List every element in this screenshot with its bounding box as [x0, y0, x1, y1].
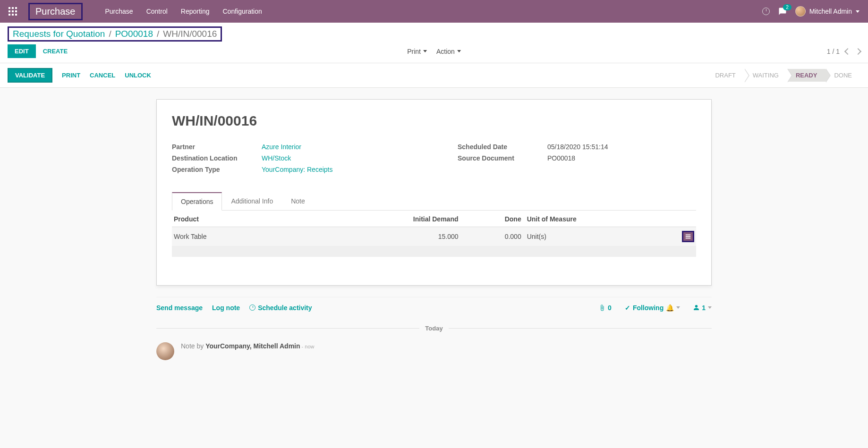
- send-message-button[interactable]: Send message: [156, 304, 203, 312]
- note-time: - now: [300, 344, 315, 349]
- schedule-activity-button[interactable]: Schedule activity: [249, 304, 312, 312]
- col-product: Product: [172, 211, 382, 227]
- user-menu[interactable]: Mitchell Admin: [795, 6, 859, 17]
- chevron-down-icon: [457, 50, 461, 52]
- validate-button[interactable]: VALIDATE: [8, 68, 52, 83]
- activity-icon[interactable]: [762, 8, 770, 15]
- today-separator: Today: [156, 325, 712, 332]
- status-stages: DRAFT WAITING READY DONE: [706, 69, 860, 82]
- stage-ready[interactable]: READY: [787, 69, 826, 82]
- cell-uom: Unit(s): [523, 227, 655, 246]
- chevron-down-icon: [676, 306, 680, 309]
- top-menu: Purchase Control Reporting Configuration: [105, 8, 262, 15]
- stage-draft[interactable]: DRAFT: [706, 69, 744, 82]
- breadcrumb: Requests for Quotation / PO00018 / WH/IN…: [8, 26, 222, 42]
- svg-rect-2: [686, 238, 691, 239]
- pager-next-icon[interactable]: [855, 48, 861, 54]
- scheduled-date-label: Scheduled Date: [458, 143, 547, 151]
- list-icon: [685, 233, 691, 240]
- form-area: WH/IN/00016 Partner Azure Interior Desti…: [0, 88, 868, 297]
- edit-button[interactable]: EDIT: [8, 44, 36, 58]
- cell-product: Work Table: [172, 227, 382, 246]
- chevron-down-icon: [708, 306, 712, 309]
- cell-initial: 15.000: [382, 227, 460, 246]
- tab-note[interactable]: Note: [282, 192, 314, 210]
- destination-value[interactable]: WH/Stock: [262, 154, 291, 162]
- create-button[interactable]: CREATE: [36, 44, 75, 58]
- stage-done[interactable]: DONE: [825, 69, 860, 82]
- action-dropdown[interactable]: Action: [436, 48, 461, 55]
- chatter: Send message Log note Schedule activity …: [156, 297, 712, 364]
- breadcrumb-root[interactable]: Requests for Quotation: [13, 29, 105, 39]
- tab-additional-info[interactable]: Additional Info: [222, 192, 282, 210]
- avatar-icon: [795, 6, 806, 17]
- pager-prev-icon[interactable]: [844, 48, 851, 54]
- paperclip-icon: [599, 304, 605, 311]
- attachments-button[interactable]: 0: [599, 304, 612, 312]
- user-name: Mitchell Admin: [809, 8, 852, 15]
- source-document-label: Source Document: [458, 154, 547, 162]
- bell-icon: 🔔: [666, 304, 674, 312]
- followers-button[interactable]: 1: [693, 304, 712, 312]
- person-icon: [693, 304, 699, 311]
- log-note-button[interactable]: Log note: [212, 304, 240, 312]
- breadcrumb-sep: /: [109, 29, 111, 39]
- app-brand-label: Purchase: [35, 6, 76, 17]
- menu-configuration[interactable]: Configuration: [223, 8, 262, 15]
- form-sheet: WH/IN/00016 Partner Azure Interior Desti…: [156, 99, 712, 286]
- messages-icon[interactable]: 2: [778, 7, 787, 16]
- tabs: Operations Additional Info Note: [172, 192, 696, 211]
- operation-type-label: Operation Type: [172, 166, 262, 173]
- clock-icon: [249, 304, 255, 311]
- menu-purchase[interactable]: Purchase: [105, 8, 133, 15]
- message-item: Note by YourCompany, Mitchell Admin - no…: [156, 338, 712, 364]
- partner-label: Partner: [172, 143, 262, 151]
- table-row[interactable]: Work Table 15.000 0.000 Unit(s): [172, 227, 696, 246]
- print-button[interactable]: PRINT: [62, 72, 80, 79]
- messages-count-badge: 2: [783, 4, 791, 10]
- breadcrumb-current: WH/IN/00016: [163, 29, 217, 39]
- table-totals-row: [172, 246, 696, 257]
- breadcrumb-mid[interactable]: PO00018: [115, 29, 153, 39]
- svg-rect-1: [686, 236, 691, 237]
- menu-control[interactable]: Control: [146, 8, 168, 15]
- destination-label: Destination Location: [172, 154, 262, 162]
- following-button[interactable]: ✓ Following 🔔: [625, 304, 680, 312]
- stage-waiting[interactable]: WAITING: [744, 69, 787, 82]
- col-uom: Unit of Measure: [523, 211, 655, 227]
- status-bar: VALIDATE PRINT CANCEL UNLOCK DRAFT WAITI…: [0, 63, 868, 88]
- operation-type-value[interactable]: YourCompany: Receipts: [262, 166, 332, 173]
- note-prefix: Note by: [181, 342, 205, 350]
- scheduled-date-value: 05/18/2020 15:51:14: [547, 143, 608, 151]
- unlock-button[interactable]: UNLOCK: [125, 72, 151, 79]
- source-document-value: PO00018: [547, 154, 575, 162]
- print-dropdown[interactable]: Print: [407, 48, 427, 55]
- top-right: 2 Mitchell Admin: [762, 6, 859, 17]
- top-navbar: Purchase Purchase Control Reporting Conf…: [0, 0, 868, 23]
- partner-value[interactable]: Azure Interior: [262, 143, 301, 151]
- apps-icon[interactable]: [9, 7, 17, 16]
- cancel-button[interactable]: CANCEL: [90, 72, 115, 79]
- col-initial-demand: Initial Demand: [382, 211, 460, 227]
- app-brand[interactable]: Purchase: [28, 3, 83, 20]
- pager-text: 1 / 1: [827, 48, 840, 55]
- record-title: WH/IN/00016: [172, 113, 696, 129]
- menu-reporting[interactable]: Reporting: [181, 8, 210, 15]
- breadcrumb-sep: /: [157, 29, 159, 39]
- cell-done: 0.000: [460, 227, 523, 246]
- detail-button[interactable]: [682, 231, 694, 242]
- chevron-down-icon: [423, 50, 427, 52]
- note-author: YourCompany, Mitchell Admin: [205, 342, 300, 350]
- tab-operations[interactable]: Operations: [172, 192, 222, 211]
- col-done: Done: [460, 211, 523, 227]
- control-panel: Requests for Quotation / PO00018 / WH/IN…: [0, 23, 868, 63]
- check-icon: ✓: [625, 304, 630, 312]
- avatar-icon: [156, 342, 174, 360]
- chevron-down-icon: [856, 10, 859, 13]
- svg-rect-0: [686, 235, 691, 236]
- operations-table: Product Initial Demand Done Unit of Meas…: [172, 211, 696, 257]
